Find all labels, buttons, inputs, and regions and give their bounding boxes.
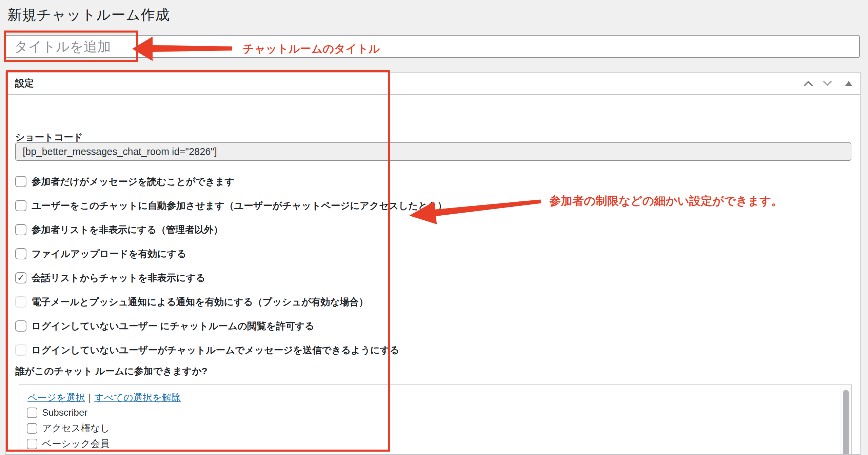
- role-label: ベーシック会員: [42, 437, 110, 450]
- role-checkbox[interactable]: [27, 423, 37, 434]
- roles-scrollbar-track[interactable]: [841, 386, 851, 455]
- settings-checkbox-row: ユーザーをこのチャットに自動参加させます（ユーザーがチャットページにアクセスした…: [15, 194, 447, 218]
- role-row: Subscriber: [27, 405, 110, 420]
- deselect-all-link[interactable]: すべての選択を解除: [94, 392, 181, 403]
- role-row: アクセス権なし: [27, 420, 110, 436]
- checkbox[interactable]: [15, 248, 26, 259]
- checkbox[interactable]: [15, 296, 26, 308]
- checkbox-label: 電子メールとプッシュ通知による通知を有効にする（プッシュが有効な場合）: [32, 296, 368, 309]
- settings-checkbox-row: ファイルアップロードを有効にする: [15, 242, 447, 266]
- settings-panel: 設定 ショートコード 参加者だけがメッセージを読むことができますユーザーをこのチ…: [5, 72, 861, 455]
- checkbox-label: 参加者リストを非表示にする（管理者以外）: [32, 223, 223, 236]
- checkbox[interactable]: [15, 200, 26, 211]
- settings-checkbox-row: 会話リストからチャットを非表示にする: [15, 266, 447, 290]
- role-checkbox[interactable]: [27, 439, 37, 449]
- checkbox-label: ログインしていないユーザーがチャットルームでメッセージを送信できるようにする: [32, 344, 399, 357]
- shortcode-input[interactable]: [15, 142, 851, 161]
- roles-scrollbar-thumb[interactable]: [843, 390, 849, 455]
- role-label: ブロンズ会員: [42, 453, 100, 455]
- role-label: Subscriber: [42, 407, 87, 418]
- page-title: 新規チャットルーム作成: [7, 5, 170, 24]
- checkbox[interactable]: [15, 344, 26, 356]
- role-checkbox-list: Subscriberアクセス権なしベーシック会員ブロンズ会員: [27, 405, 110, 455]
- settings-checkbox-row: 電子メールとプッシュ通知による通知を有効にする（プッシュが有効な場合）: [15, 290, 447, 314]
- shortcode-label: ショートコード: [15, 131, 83, 144]
- role-row: ベーシック会員: [27, 436, 110, 452]
- checkbox-checked[interactable]: [15, 272, 26, 283]
- annotation-arrow-settings: [406, 194, 542, 228]
- settings-panel-header: 設定: [6, 73, 860, 95]
- settings-checkbox-row: 参加者だけがメッセージを読むことができます: [15, 170, 447, 194]
- who-can-join-heading: 誰がこのチャット ルームに参加できますか?: [15, 365, 208, 378]
- annotation-arrow-title: [130, 35, 245, 63]
- settings-panel-body: ショートコード 参加者だけがメッセージを読むことができますユーザーをこのチャット…: [6, 96, 860, 454]
- checkbox-label: ユーザーをこのチャットに自動参加させます（ユーザーがチャットページにアクセスした…: [32, 199, 447, 212]
- settings-checkbox-row: ログインしていないユーザーがチャットルームでメッセージを送信できるようにする: [15, 338, 447, 362]
- roles-links: ページを選択|すべての選択を解除: [27, 391, 181, 404]
- settings-checkbox-row: 参加者リストを非表示にする（管理者以外）: [15, 218, 447, 242]
- settings-checkbox-list: 参加者だけがメッセージを読むことができますユーザーをこのチャットに自動参加させま…: [15, 170, 447, 362]
- toggle-panel-icon[interactable]: [842, 79, 851, 88]
- page: 新規チャットルーム作成 チャットルームのタイトル 設定 ショートコード: [0, 0, 868, 455]
- role-label: アクセス権なし: [42, 422, 110, 435]
- checkbox-label: ログインしていないユーザー にチャットルームの閲覧を許可する: [32, 320, 314, 333]
- annotation-text-settings: 参加者の制限などの細かい設定ができます。: [549, 193, 783, 209]
- settings-panel-title: 設定: [15, 77, 34, 90]
- settings-checkbox-row: ログインしていないユーザー にチャットルームの閲覧を許可する: [15, 314, 447, 338]
- checkbox-label: 会話リストからチャットを非表示にする: [32, 272, 205, 284]
- move-up-icon[interactable]: [804, 79, 813, 88]
- checkbox[interactable]: [15, 320, 26, 332]
- role-row: ブロンズ会員: [27, 452, 110, 455]
- panel-header-icons: [804, 79, 851, 88]
- checkbox-label: ファイルアップロードを有効にする: [32, 248, 186, 260]
- checkbox[interactable]: [15, 176, 26, 187]
- role-checkbox[interactable]: [27, 408, 37, 418]
- checkbox[interactable]: [15, 224, 26, 235]
- checkbox-label: 参加者だけがメッセージを読むことができます: [32, 175, 235, 188]
- annotation-text-title: チャットルームのタイトル: [243, 41, 380, 57]
- roles-box: ページを選択|すべての選択を解除 Subscriberアクセス権なしベーシック会…: [19, 384, 852, 455]
- links-separator: |: [88, 392, 91, 403]
- select-pages-link[interactable]: ページを選択: [27, 392, 85, 403]
- move-down-icon[interactable]: [823, 79, 832, 88]
